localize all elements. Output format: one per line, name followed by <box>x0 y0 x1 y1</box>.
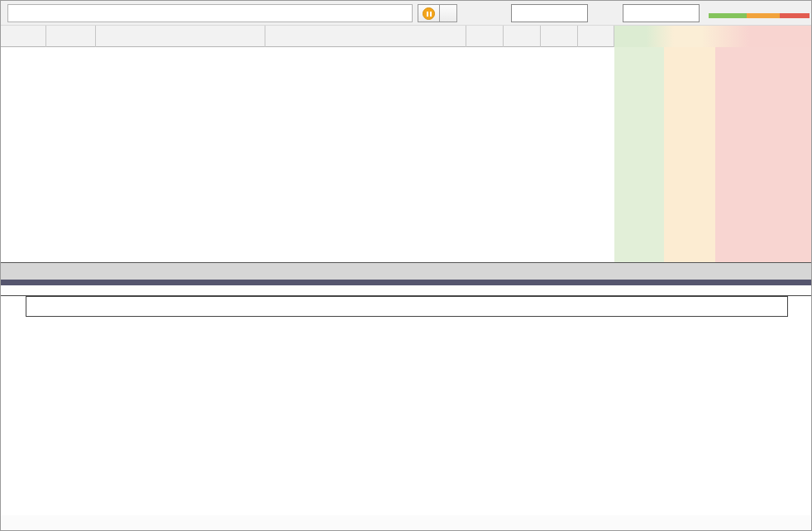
target-address-box[interactable] <box>7 4 413 22</box>
pane-separator[interactable] <box>1 280 812 285</box>
jitter-line-chart <box>26 297 787 316</box>
pause-dropdown-button[interactable] <box>439 4 457 22</box>
header-ip[interactable] <box>96 26 265 47</box>
timeline-header <box>1 285 812 296</box>
toolbar <box>1 1 812 26</box>
jitter-strip <box>1 296 812 318</box>
pause-icon <box>423 7 435 20</box>
hop-table-body <box>1 47 812 262</box>
header-name[interactable] <box>265 26 466 47</box>
hop-latency-chart <box>614 47 812 262</box>
focus-range-text <box>614 263 806 280</box>
pause-button[interactable] <box>418 4 440 22</box>
round-trip-count <box>46 263 86 280</box>
header-avg[interactable] <box>466 26 504 47</box>
header-count[interactable] <box>46 26 96 47</box>
timeline-graph[interactable] <box>1 318 812 515</box>
latency-color-legend <box>709 2 810 22</box>
header-latency[interactable] <box>614 26 812 47</box>
round-trip-min <box>504 263 537 280</box>
jitter-plot[interactable] <box>26 296 788 317</box>
round-trip-pl <box>578 263 611 280</box>
latency-timeline-chart <box>1 318 812 518</box>
legend-gradient-bar <box>709 13 810 18</box>
table-header <box>1 26 812 47</box>
header-min[interactable] <box>504 26 541 47</box>
focus-select[interactable] <box>623 4 700 22</box>
interval-select[interactable] <box>511 4 588 22</box>
round-trip-avg <box>466 263 499 280</box>
round-trip-cur <box>541 263 576 280</box>
round-trip-row <box>1 262 812 280</box>
header-cur[interactable] <box>541 26 578 47</box>
header-pl[interactable] <box>578 26 614 47</box>
pingplotter-window <box>0 0 812 531</box>
round-trip-label <box>265 263 464 280</box>
time-axis <box>1 515 812 531</box>
header-hop[interactable] <box>1 26 46 47</box>
